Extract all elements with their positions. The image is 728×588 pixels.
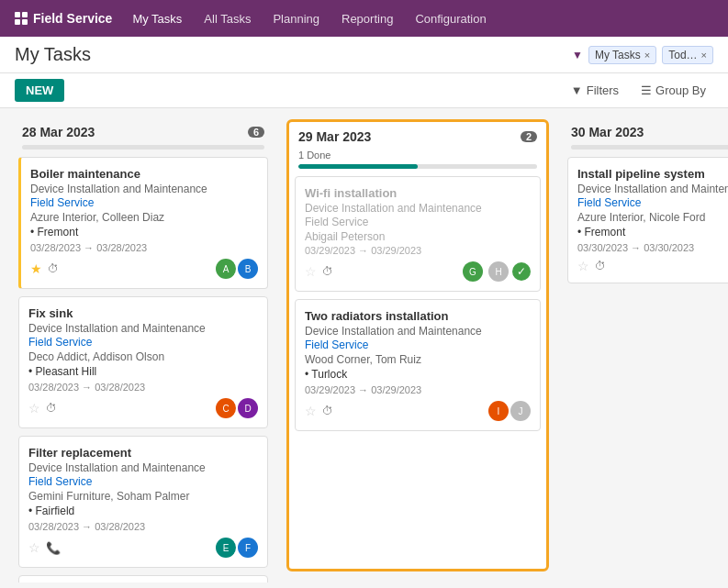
phone-icon: 📞: [46, 541, 61, 555]
card-two-radiators[interactable]: Two radiators installation Device Instal…: [295, 299, 541, 431]
card-title: Wi-fi installation: [305, 186, 531, 200]
avatar: H: [488, 261, 509, 282]
group-icon: ☰: [641, 83, 652, 97]
card-title: Two radiators installation: [305, 309, 531, 323]
avatar: B: [238, 259, 258, 279]
card-subtitle: Device Installation and Maintenance: [577, 183, 728, 195]
col-date-28mar: 28 Mar 2023: [22, 125, 95, 139]
card-location: • Fairfield: [28, 505, 258, 517]
card-customer: Azure Interior, Nicole Ford: [577, 211, 728, 224]
nav-my-tasks[interactable]: My Tasks: [123, 8, 191, 29]
card-install-pipeline[interactable]: Install pipeline system Device Installat…: [567, 157, 728, 283]
app-logo[interactable]: Field Service: [7, 7, 119, 29]
nav-planning[interactable]: Planning: [263, 8, 329, 29]
group-button[interactable]: ☰ Group By: [633, 80, 713, 101]
filter-tag-mytasks[interactable]: My Tasks ×: [588, 46, 656, 64]
card-title: Fix sink: [28, 306, 258, 320]
nav-reporting[interactable]: Reporting: [332, 8, 402, 29]
card-title: Filter replacement: [28, 446, 258, 460]
page-title: My Tasks: [15, 44, 91, 65]
card-link[interactable]: Field Service: [305, 216, 531, 228]
filter-tag-mytasks-label: My Tasks: [595, 49, 641, 61]
card-icons-left: ☆ ⏱: [305, 264, 333, 279]
col-date-29mar: 29 Mar 2023: [298, 129, 371, 144]
page-header: My Tasks ▼ My Tasks × Tod… ×: [0, 37, 728, 73]
star-empty-icon[interactable]: ☆: [28, 540, 40, 555]
card-icons-left: ☆ 📞: [28, 540, 61, 555]
card-avatars: C D: [214, 398, 258, 418]
col-date-30mar: 30 Mar 2023: [571, 125, 644, 139]
nav-all-tasks[interactable]: All Tasks: [195, 8, 260, 29]
filter-tag-mytasks-close[interactable]: ×: [644, 50, 650, 61]
card-subtitle: Device Installation and Maintenance: [28, 322, 258, 335]
card-footer: ☆ ⏱: [577, 259, 728, 273]
column-30mar: 30 Mar 2023 Install pipeline system Devi…: [564, 119, 728, 571]
card-check-joints[interactable]: Check joints Device Installation and Mai…: [18, 575, 268, 582]
filter-tag-tod[interactable]: Tod… ×: [662, 46, 713, 64]
card-avatars: E F: [214, 538, 258, 558]
card-dates: 03/29/2023 → 03/29/2023: [305, 384, 531, 395]
filters-button[interactable]: ▼ Filters: [564, 80, 626, 101]
card-location: • Pleasant Hill: [28, 365, 258, 378]
card-link[interactable]: Field Service: [28, 475, 258, 488]
card-footer: ★ ⏱ A B: [30, 259, 258, 279]
app-name: Field Service: [33, 11, 112, 26]
card-avatars: A B: [214, 259, 258, 279]
card-subtitle: Device Installation and Maintenance: [305, 202, 531, 215]
filters-icon: ▼: [571, 83, 583, 97]
filter-tag-tod-label: Tod…: [668, 49, 697, 61]
card-title: Boiler maintenance: [30, 167, 258, 181]
card-footer: ☆ 📞 E F: [28, 538, 258, 558]
card-dates: 03/29/2023 → 03/29/2023: [305, 245, 531, 256]
card-subtitle: Device Installation and Maintenance: [30, 183, 258, 195]
avatar: G: [463, 261, 483, 282]
nav-configuration[interactable]: Configuration: [406, 8, 495, 29]
column-29mar: 29 Mar 2023 2 1 Done Wi-fi installation …: [286, 119, 549, 571]
clock-icon: ⏱: [322, 405, 333, 417]
card-dates: 03/28/2023 → 03/28/2023: [30, 242, 258, 253]
clock-icon: ⏱: [595, 260, 606, 272]
card-filter-replacement[interactable]: Filter replacement Device Installation a…: [18, 436, 268, 568]
card-wifi-installation[interactable]: Wi-fi installation Device Installation a…: [295, 176, 541, 292]
star-empty-icon[interactable]: ☆: [577, 259, 589, 273]
progress-bar-29mar: [298, 164, 537, 169]
col-header-28mar: 28 Mar 2023 6: [15, 119, 272, 145]
star-empty-icon[interactable]: ☆: [28, 401, 40, 416]
card-icons-left: ☆ ⏱: [577, 259, 606, 273]
progress-bar-30mar: [571, 145, 728, 150]
card-subtitle: Device Installation and Maintenance: [305, 325, 531, 338]
card-icons-left: ★ ⏱: [30, 261, 59, 276]
card-fix-sink[interactable]: Fix sink Device Installation and Mainten…: [18, 296, 268, 428]
group-label: Group By: [655, 83, 706, 97]
card-location: • Fremont: [30, 226, 258, 239]
card-title: Install pipeline system: [577, 167, 728, 181]
card-footer: ☆ ⏱ I J: [305, 401, 531, 421]
card-customer: Azure Interior, Colleen Diaz: [30, 211, 258, 224]
star-icon[interactable]: ★: [30, 261, 42, 276]
progress-bar-28mar: [22, 145, 264, 150]
star-empty-icon[interactable]: ☆: [305, 404, 317, 418]
card-avatars: I J: [487, 401, 531, 421]
card-subtitle: Device Installation and Maintenance: [28, 461, 258, 474]
new-button[interactable]: NEW: [15, 79, 64, 102]
card-icons-left: ☆ ⏱: [28, 401, 57, 416]
clock-icon: ⏱: [46, 402, 57, 415]
card-link[interactable]: Field Service: [305, 338, 531, 351]
clock-icon: ⏱: [322, 265, 333, 278]
card-footer: ☆ ⏱ C D: [28, 398, 258, 418]
card-link[interactable]: Field Service: [28, 336, 258, 349]
col-header-30mar: 30 Mar 2023: [564, 119, 728, 145]
filter-icon: ▼: [572, 49, 583, 61]
card-link[interactable]: Field Service: [30, 196, 258, 209]
card-dates: 03/30/2023 → 03/30/2023: [577, 242, 728, 253]
card-link[interactable]: Field Service: [577, 196, 728, 209]
star-empty-icon[interactable]: ☆: [305, 264, 317, 279]
logo-grid: [15, 12, 28, 25]
card-customer: Gemini Furniture, Soham Palmer: [28, 490, 258, 503]
kanban-board: 28 Mar 2023 6 Boiler maintenance Device …: [0, 108, 728, 582]
progress-label-29mar: 1 Done: [291, 150, 544, 164]
filter-tag-tod-close[interactable]: ×: [701, 50, 707, 61]
card-boiler-maintenance[interactable]: Boiler maintenance Device Installation a…: [18, 157, 268, 289]
col-count-28mar: 6: [248, 127, 264, 138]
done-check-icon: ✓: [512, 262, 531, 281]
